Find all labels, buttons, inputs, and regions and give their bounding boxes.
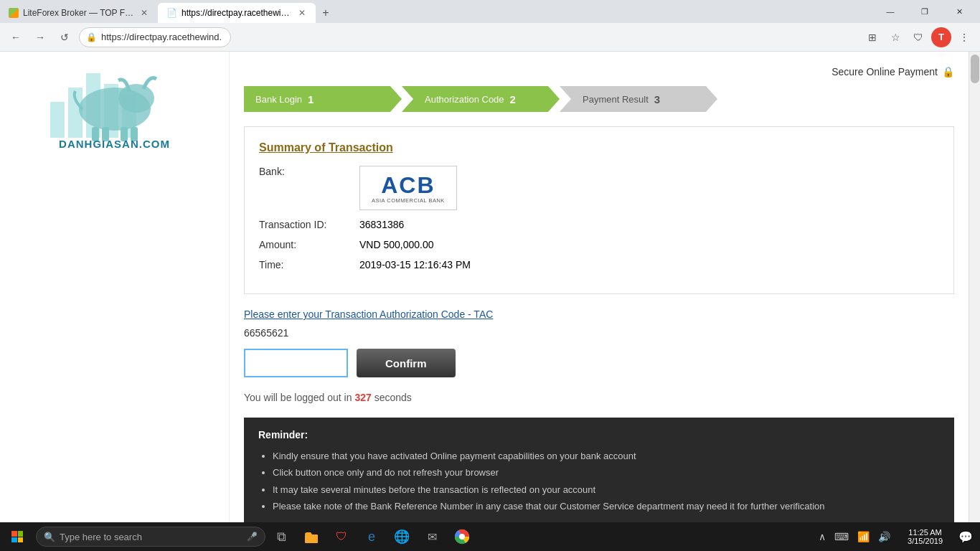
menu-icon[interactable]: ⋮: [954, 27, 974, 47]
file-explorer-button[interactable]: [297, 522, 326, 551]
amount-label: Amount:: [259, 239, 359, 250]
tab2-close[interactable]: ✕: [297, 6, 307, 19]
secure-header: Secure Online Payment 🔒: [244, 66, 954, 77]
keyboard-icon[interactable]: ⌨: [831, 529, 852, 544]
shield-icon[interactable]: 🛡: [908, 27, 928, 47]
taskbar: 🔍 Type here to search 🎤 ⧉ 🛡 e 🌐 ✉ ∧ ⌨ 📶 …: [0, 522, 980, 551]
win-logo-cell-3: [11, 537, 17, 543]
confirm-button[interactable]: Confirm: [357, 349, 456, 377]
logo-area: DANHGIASAN.COM: [7, 59, 222, 150]
transaction-id-value: 36831386: [359, 219, 404, 230]
bookmark-icon[interactable]: ☆: [885, 27, 905, 47]
address-input[interactable]: [79, 27, 231, 47]
svg-point-6: [118, 84, 154, 113]
profile-icon[interactable]: T: [931, 27, 951, 47]
summary-title: Summary of Transaction: [259, 141, 939, 154]
task-view-button[interactable]: ⧉: [267, 522, 296, 551]
mail-button[interactable]: ✉: [418, 522, 446, 551]
tab-liteforex[interactable]: LiteForex Broker — TOP Forex Br... ✕: [0, 3, 158, 23]
bank-logo-box: ACB ASIA COMMERCIAL BANK: [359, 166, 457, 210]
titlebar: LiteForex Broker — TOP Forex Br... ✕ 📄 h…: [0, 0, 980, 23]
tab2-title: https://directpay.racethewind.ne...: [182, 8, 293, 18]
systray: ∧ ⌨ 📶 🔊: [810, 529, 899, 544]
tab1-close[interactable]: ✕: [139, 6, 149, 19]
mic-icon[interactable]: 🎤: [247, 532, 258, 542]
clock-date: 3/15/2019: [908, 537, 943, 545]
bank-name: ACB: [381, 172, 435, 199]
amount-row: Amount: VND 500,000.00: [259, 239, 939, 250]
chrome-icon: [454, 529, 470, 545]
tab-directpay[interactable]: 📄 https://directpay.racethewind.ne... ✕: [158, 3, 316, 23]
app5-button[interactable]: 🌐: [387, 522, 416, 551]
chrome-button[interactable]: [448, 522, 476, 551]
step2-number: 2: [510, 93, 516, 105]
step3-label: Payment Result: [583, 94, 649, 105]
new-tab-button[interactable]: +: [316, 3, 336, 23]
time-row: Time: 2019-03-15 12:16:43 PM: [259, 259, 939, 270]
edge-button[interactable]: e: [357, 522, 386, 551]
address-bar-wrapper: 🔒: [79, 27, 858, 47]
step-payment-result: Payment Result 3: [560, 86, 717, 112]
toolbar-icons: ⊞ ☆ 🛡 T ⋮: [862, 27, 974, 47]
lock-icon: 🔒: [86, 32, 97, 42]
step1-number: 1: [308, 93, 314, 105]
transaction-id-label: Transaction ID:: [259, 219, 359, 230]
reminder-item-2: Click button once only and do not refres…: [273, 464, 940, 481]
extensions-icon[interactable]: ⊞: [862, 27, 882, 47]
tac-input[interactable]: [244, 349, 348, 377]
scrollbar-thumb[interactable]: [971, 55, 979, 83]
window-controls: — ❐ ✕: [874, 0, 980, 23]
minimize-button[interactable]: —: [874, 0, 907, 23]
reminder-item-1: Kindly ensure that you have activated On…: [273, 448, 940, 464]
file-explorer-icon: [303, 529, 319, 545]
tac-input-row: Confirm: [244, 349, 954, 377]
chevron-up-icon[interactable]: ∧: [816, 529, 829, 544]
tac-instruction: Please enter your Transaction Authorizat…: [244, 309, 954, 320]
svg-rect-0: [50, 102, 65, 138]
acb-logo: ACB ASIA COMMERCIAL BANK: [372, 172, 445, 204]
scrollbar[interactable]: [969, 52, 980, 522]
maximize-button[interactable]: ❐: [908, 0, 941, 23]
logout-count: 327: [354, 392, 371, 403]
notification-button[interactable]: 💬: [951, 522, 980, 551]
bank-label: Bank:: [259, 166, 359, 177]
steps-bar: Bank Login 1 Authorization Code 2 Paymen…: [244, 86, 954, 112]
start-button[interactable]: [0, 522, 34, 551]
clock-time: 11:25 AM: [908, 528, 941, 537]
tac-section: Please enter your Transaction Authorizat…: [244, 309, 954, 377]
forward-button[interactable]: →: [30, 27, 50, 47]
network-icon[interactable]: 📶: [854, 529, 872, 544]
bank-row: Bank: ACB ASIA COMMERCIAL BANK: [259, 166, 939, 210]
back-button[interactable]: ←: [6, 27, 26, 47]
volume-icon[interactable]: 🔊: [875, 529, 893, 544]
win-logo-cell-4: [18, 537, 24, 543]
taskbar-search-text: Type here to search: [60, 532, 142, 542]
tab1-title: LiteForex Broker — TOP Forex Br...: [23, 8, 135, 18]
time-value: 2019-03-15 12:16:43 PM: [359, 259, 471, 270]
taskbar-search-box[interactable]: 🔍 Type here to search 🎤: [36, 527, 265, 547]
tab1-favicon: [9, 8, 19, 18]
search-icon: 🔍: [44, 532, 55, 542]
reminder-item-4: Please take note of the Bank Reference N…: [273, 498, 940, 514]
refresh-button[interactable]: ↺: [55, 27, 75, 47]
win-logo-cell-2: [18, 531, 24, 537]
win-logo-cell-1: [11, 531, 17, 537]
secure-header-text: Secure Online Payment: [831, 66, 938, 77]
antivirus-button[interactable]: 🛡: [327, 522, 356, 551]
reminder-list: Kindly ensure that you have activated On…: [258, 448, 940, 515]
close-button[interactable]: ✕: [943, 0, 976, 23]
step3-number: 3: [654, 93, 660, 105]
site-name: DANHGIASAN.COM: [59, 138, 170, 150]
logout-timer: You will be logged out in 327 seconds: [244, 392, 954, 403]
time-label: Time:: [259, 259, 359, 270]
tac-code-display: 66565621: [244, 327, 954, 339]
bank-subtext: ASIA COMMERCIAL BANK: [372, 197, 445, 204]
windows-logo: [11, 531, 23, 542]
step-bank-login: Bank Login 1: [244, 86, 402, 112]
page-content: Secure Online Payment 🔒 Bank Login 1 Aut…: [230, 52, 969, 522]
svg-point-13: [459, 534, 465, 540]
svg-rect-11: [305, 534, 318, 543]
taskbar-clock[interactable]: 11:25 AM 3/15/2019: [900, 528, 950, 545]
browser-content: DANHGIASAN.COM Secure Online Payment 🔒 B…: [0, 52, 980, 522]
step1-label: Bank Login: [255, 94, 302, 105]
